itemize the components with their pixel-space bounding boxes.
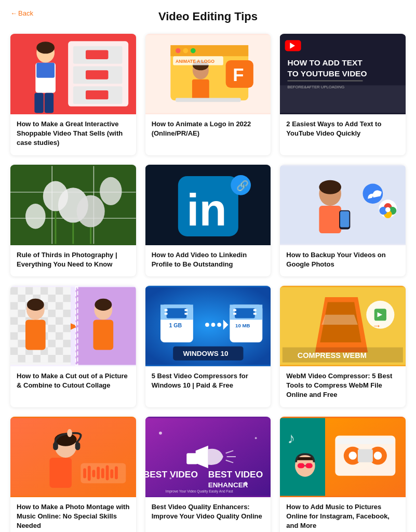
svg-rect-169 xyxy=(184,313,187,315)
card-title-6: How to Backup Your Videos on Google Phot… xyxy=(286,250,399,269)
svg-point-44 xyxy=(77,195,105,227)
article-card-1[interactable]: How to Make a Great Interactive Shoppabl… xyxy=(10,34,136,155)
svg-rect-99 xyxy=(48,310,55,317)
svg-rect-118 xyxy=(56,325,63,332)
card-title-3: 2 Easiest Ways to Add Text to YouTube Vi… xyxy=(286,119,399,138)
svg-rect-90 xyxy=(10,310,18,317)
svg-rect-97 xyxy=(48,302,55,310)
article-card-2[interactable]: F ANIMATE A LOGO How to Animate a Logo i… xyxy=(145,34,271,155)
svg-rect-30 xyxy=(280,85,406,113)
svg-rect-195 xyxy=(10,418,136,496)
article-card-9[interactable]: → COMPRESS WEBM WebM Video Compressor: 5… xyxy=(280,286,406,407)
svg-rect-200 xyxy=(49,457,72,487)
svg-rect-206 xyxy=(101,468,104,478)
card-title-2: How to Animate a Logo in 2022 (Online/PR… xyxy=(152,119,265,138)
svg-point-210 xyxy=(67,429,72,436)
articles-grid: How to Make a Great Interactive Shoppabl… xyxy=(10,34,406,532)
card-title-1: How to Make a Great Interactive Shoppabl… xyxy=(17,119,130,148)
svg-rect-137 xyxy=(18,348,25,355)
svg-rect-177 xyxy=(235,308,255,318)
svg-rect-217 xyxy=(186,453,197,464)
svg-rect-72 xyxy=(10,287,18,295)
svg-rect-136 xyxy=(10,348,18,355)
svg-text:BEST VIDEO: BEST VIDEO xyxy=(145,469,198,479)
svg-rect-100 xyxy=(56,302,63,310)
svg-rect-237 xyxy=(306,463,313,468)
svg-rect-151 xyxy=(63,355,70,362)
svg-rect-181 xyxy=(253,313,256,315)
svg-rect-107 xyxy=(18,325,25,332)
svg-rect-204 xyxy=(92,470,96,477)
svg-rect-146 xyxy=(41,355,48,362)
svg-rect-123 xyxy=(18,340,25,347)
svg-rect-119 xyxy=(63,325,70,332)
svg-rect-23 xyxy=(192,79,209,101)
svg-rect-202 xyxy=(83,468,86,478)
svg-text:♪: ♪ xyxy=(288,429,296,446)
svg-rect-91 xyxy=(18,310,25,317)
svg-text:🔗: 🔗 xyxy=(236,180,249,192)
svg-point-13 xyxy=(36,42,55,54)
svg-rect-6 xyxy=(86,70,108,79)
svg-rect-138 xyxy=(10,355,18,362)
svg-point-172 xyxy=(211,323,215,327)
svg-rect-120 xyxy=(10,332,18,340)
svg-rect-89 xyxy=(18,302,25,310)
article-card-10[interactable]: How to Make a Photo Montage with Music O… xyxy=(10,417,136,533)
svg-text:HOW TO ADD TEXT: HOW TO ADD TEXT xyxy=(288,58,363,67)
card-title-11: Best Video Quality Enhancers: Improve Yo… xyxy=(152,502,265,521)
article-card-8[interactable]: 1 GB 10 MB WIND xyxy=(145,286,271,407)
article-card-11[interactable]: BEST VIDEO BEST VIDEO ENHANCER Improve Y… xyxy=(145,417,271,533)
svg-rect-198 xyxy=(53,442,58,449)
article-card-5[interactable]: in in 🔗 How to Add Video to Linkedin Pro… xyxy=(145,165,271,276)
svg-rect-77 xyxy=(33,287,40,295)
svg-rect-16 xyxy=(170,45,248,56)
svg-rect-81 xyxy=(48,287,55,295)
card-title-8: 5 Best Video Compressors for Windows 10 … xyxy=(152,371,265,390)
svg-rect-135 xyxy=(63,340,70,347)
svg-marker-188 xyxy=(322,315,358,325)
back-link[interactable]: Back xyxy=(10,9,33,17)
svg-rect-167 xyxy=(164,313,167,315)
svg-point-232 xyxy=(374,451,382,459)
svg-rect-236 xyxy=(298,463,305,468)
svg-point-18 xyxy=(183,48,188,54)
article-card-7[interactable]: How to Make a Cut out of a Picture & Com… xyxy=(10,286,136,407)
svg-rect-199 xyxy=(75,442,80,449)
svg-rect-150 xyxy=(56,355,63,362)
svg-point-213 xyxy=(254,437,257,439)
article-card-12[interactable]: ♪ xyxy=(280,417,406,533)
svg-rect-178 xyxy=(233,309,236,311)
svg-text:ENHANCER: ENHANCER xyxy=(208,481,248,488)
svg-rect-12 xyxy=(45,93,53,113)
svg-rect-158 xyxy=(93,320,113,350)
article-card-6[interactable]: How to Backup Your Videos on Google Phot… xyxy=(280,165,406,276)
svg-rect-75 xyxy=(18,295,25,302)
svg-rect-165 xyxy=(166,308,186,318)
svg-text:TO YOUTUBE VIDEO: TO YOUTUBE VIDEO xyxy=(288,69,367,78)
svg-rect-166 xyxy=(164,309,167,311)
svg-point-46 xyxy=(100,177,122,205)
svg-rect-180 xyxy=(253,309,256,311)
svg-point-154 xyxy=(27,299,44,311)
svg-rect-209 xyxy=(115,466,118,479)
svg-text:WINDOWS 10: WINDOWS 10 xyxy=(183,350,228,357)
svg-rect-234 xyxy=(337,438,394,444)
svg-rect-116 xyxy=(56,317,63,325)
svg-rect-106 xyxy=(10,325,18,332)
svg-text:→: → xyxy=(372,321,381,331)
svg-rect-113 xyxy=(48,317,55,325)
svg-rect-59 xyxy=(319,206,342,233)
svg-rect-121 xyxy=(18,332,25,340)
svg-rect-203 xyxy=(88,466,91,481)
svg-rect-5 xyxy=(86,50,108,59)
svg-rect-233 xyxy=(358,449,373,462)
svg-point-58 xyxy=(319,180,342,194)
svg-rect-88 xyxy=(10,302,18,310)
svg-point-69 xyxy=(385,207,391,212)
svg-point-43 xyxy=(43,181,68,211)
svg-rect-239 xyxy=(297,457,314,460)
card-title-9: WebM Video Compressor: 5 Best Tools to C… xyxy=(286,371,399,400)
article-card-3[interactable]: HOW TO ADD TEXT TO YOUTUBE VIDEO BEFORE&… xyxy=(280,34,406,155)
article-card-4[interactable]: Rule of Thirds in Photography | Everythi… xyxy=(10,165,136,276)
